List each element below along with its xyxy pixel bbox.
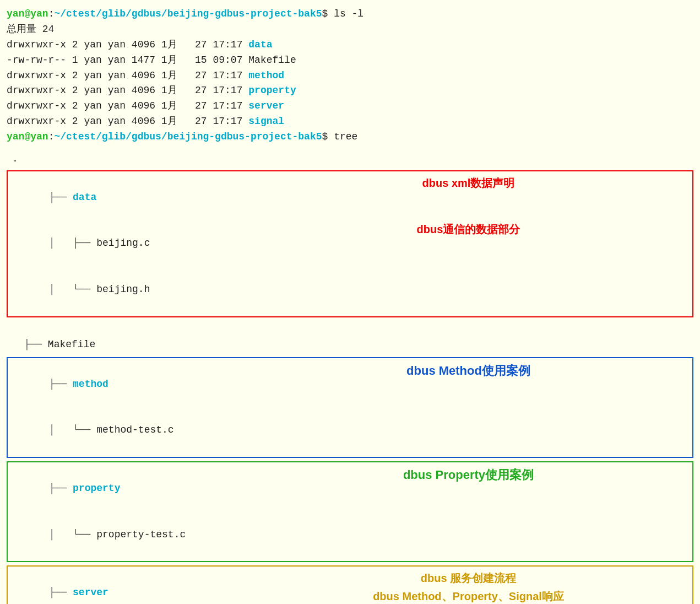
tree-dir-method: method	[73, 379, 108, 390]
prompt-path-2: ~/ctest/glib/gdbus/beijing-gdbus-project…	[54, 131, 322, 142]
tree-file-method-test: method-test.c	[96, 424, 173, 435]
tree-row-makefile: ├── Makefile	[7, 321, 693, 354]
prompt-line-2: yan@yan:~/ctest/glib/gdbus/beijing-gdbus…	[7, 130, 693, 145]
ls-entry-makefile: -rw-rw-r-- 1 yan yan 1477 1月 15 09:07 Ma…	[7, 53, 693, 68]
cmd2: tree	[334, 131, 357, 142]
tree-row-beijing-h: │ └── beijing.h	[13, 267, 687, 313]
tree-left-beijing-h: │ └── beijing.h	[13, 267, 250, 313]
annotation-data: dbus xml数据声明	[422, 175, 515, 192]
tree-left-method: ├── method	[13, 362, 250, 408]
tree-file-makefile: Makefile	[48, 339, 95, 350]
prompt-user-1: yan@yan	[7, 8, 48, 19]
prompt-sep-2: :	[48, 131, 55, 142]
tree-right-method: dbus Method使用案例	[250, 362, 687, 380]
cmd1: ls -l	[334, 8, 363, 19]
box-data: ├── data dbus xml数据声明 │ ├── beijing.c db…	[7, 170, 693, 317]
ls-entry-property: drwxrwxr-x 2 yan yan 4096 1月 27 17:17 pr…	[7, 83, 693, 99]
annotation-data-line1: dbus xml数据声明	[422, 175, 515, 192]
tree-right-data: dbus xml数据声明	[250, 175, 687, 192]
tree-left-data: ├── data	[13, 175, 250, 221]
prompt-dollar-2: $	[322, 131, 334, 142]
terminal-top: yan@yan:~/ctest/glib/gdbus/beijing-gdbus…	[7, 4, 693, 149]
ls-summary: 总用量 24	[7, 22, 693, 37]
prompt-dollar-1: $	[322, 8, 334, 19]
box-server: ├── server dbus 服务创建流程 dbus Method、Prope…	[7, 565, 693, 604]
tree-left-property-test: │ └── property-test.c	[13, 512, 250, 558]
ls-dir-data: data	[248, 39, 272, 50]
tree-right-beijing-c: dbus通信的数据部分	[250, 221, 687, 238]
annotation-server: dbus 服务创建流程 dbus Method、Property、Signal响…	[373, 570, 564, 604]
annotation-server-line1: dbus 服务创建流程	[421, 570, 516, 587]
tree-dir-property: property	[73, 483, 120, 494]
tree-row-property: ├── property dbus Property使用案例	[13, 466, 687, 512]
tree-file-property-test: property-test.c	[96, 529, 186, 540]
ls-dir-property: property	[248, 85, 296, 96]
tree-dir-server: server	[73, 587, 108, 598]
box-method: ├── method dbus Method使用案例 │ └── method-…	[7, 357, 693, 458]
ls-entry-data: drwxrwxr-x 2 yan yan 4096 1月 27 17:17 da…	[7, 37, 693, 53]
prompt-sep-1: :	[48, 8, 55, 19]
ls-entry-server: drwxrwxr-x 2 yan yan 4096 1月 27 17:17 se…	[7, 99, 693, 114]
annotation-beijing-c: dbus通信的数据部分	[417, 221, 520, 238]
tree-file-beijing-h: beijing.h	[96, 284, 150, 295]
tree-row-beijing-c: │ ├── beijing.c dbus通信的数据部分	[13, 221, 687, 267]
tree-left-property: ├── property	[13, 466, 250, 512]
box-property: ├── property dbus Property使用案例 │ └── pro…	[7, 461, 693, 562]
tree-right-server: dbus 服务创建流程 dbus Method、Property、Signal响…	[250, 570, 687, 604]
ls-entry-method: drwxrwxr-x 2 yan yan 4096 1月 27 17:17 me…	[7, 68, 693, 84]
ls-dir-method: method	[248, 70, 284, 81]
tree-left-beijing-c: │ ├── beijing.c	[13, 221, 250, 267]
ls-dir-signal: signal	[248, 116, 284, 127]
tree-left-method-test: │ └── method-test.c	[13, 407, 250, 454]
prompt-user-2: yan@yan	[7, 131, 48, 142]
ls-dir-server: server	[248, 100, 284, 111]
tree-right-property: dbus Property使用案例	[250, 466, 687, 484]
annotation-property: dbus Property使用案例	[403, 466, 534, 484]
tree-file-beijing-c: beijing.c	[96, 238, 150, 249]
tree-row-method: ├── method dbus Method使用案例	[13, 362, 687, 408]
annotation-server-line2: dbus Method、Property、Signal响应	[373, 588, 564, 604]
prompt-line-1: yan@yan:~/ctest/glib/gdbus/beijing-gdbus…	[7, 7, 693, 22]
tree-row-property-test: │ └── property-test.c	[13, 512, 687, 558]
annotation-method: dbus Method使用案例	[406, 362, 530, 380]
tree-row-server: ├── server dbus 服务创建流程 dbus Method、Prope…	[13, 570, 687, 604]
tree-left-server: ├── server	[13, 570, 250, 604]
tree-row-method-test: │ └── method-test.c	[13, 407, 687, 454]
tree-root-dot: .	[7, 152, 693, 167]
ls-entry-signal: drwxrwxr-x 2 yan yan 4096 1月 27 17:17 si…	[7, 114, 693, 130]
prompt-path-1: ~/ctest/glib/gdbus/beijing-gdbus-project…	[54, 8, 322, 19]
tree-dir-data: data	[73, 192, 96, 203]
tree-row-data: ├── data dbus xml数据声明	[13, 175, 687, 221]
